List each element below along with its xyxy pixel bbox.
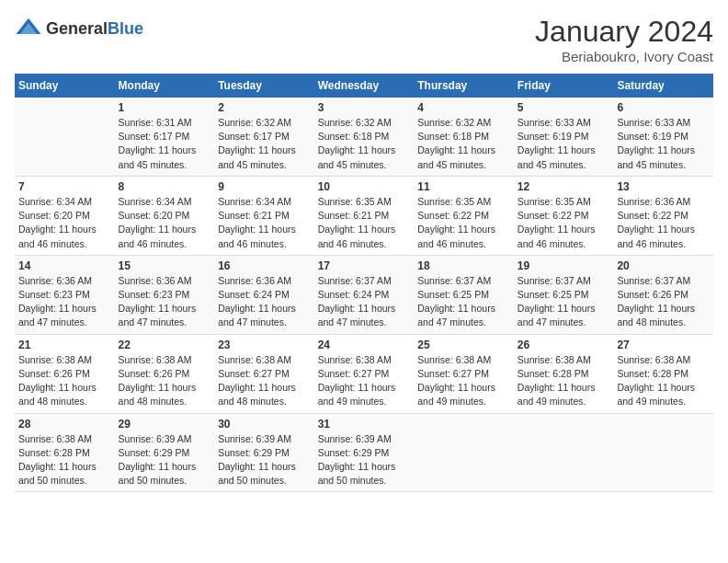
col-thursday: Thursday bbox=[414, 74, 514, 98]
day-info: Sunrise: 6:38 AMSunset: 6:26 PMDaylight:… bbox=[18, 353, 111, 409]
day-info: Sunrise: 6:38 AMSunset: 6:28 PMDaylight:… bbox=[518, 353, 610, 409]
col-sunday: Sunday bbox=[15, 74, 115, 98]
table-row: 18Sunrise: 6:37 AMSunset: 6:25 PMDayligh… bbox=[414, 255, 514, 334]
table-row bbox=[514, 413, 614, 492]
day-info: Sunrise: 6:37 AMSunset: 6:25 PMDaylight:… bbox=[518, 274, 610, 330]
table-row: 19Sunrise: 6:37 AMSunset: 6:25 PMDayligh… bbox=[514, 255, 614, 334]
day-info: Sunrise: 6:34 AMSunset: 6:21 PMDaylight:… bbox=[218, 195, 311, 251]
title-block: January 2024 Beriaboukro, Ivory Coast bbox=[535, 15, 713, 64]
day-info: Sunrise: 6:32 AMSunset: 6:17 PMDaylight:… bbox=[218, 116, 311, 172]
day-number: 17 bbox=[318, 259, 411, 272]
day-number: 18 bbox=[417, 259, 510, 272]
table-row: 27Sunrise: 6:38 AMSunset: 6:28 PMDayligh… bbox=[613, 334, 713, 413]
table-row: 25Sunrise: 6:38 AMSunset: 6:27 PMDayligh… bbox=[414, 334, 514, 413]
day-number: 8 bbox=[119, 180, 211, 193]
day-number: 22 bbox=[119, 339, 211, 351]
day-number: 16 bbox=[218, 259, 311, 272]
table-row: 30Sunrise: 6:39 AMSunset: 6:29 PMDayligh… bbox=[214, 413, 314, 492]
table-row: 28Sunrise: 6:38 AMSunset: 6:28 PMDayligh… bbox=[15, 413, 115, 492]
day-info: Sunrise: 6:37 AMSunset: 6:25 PMDaylight:… bbox=[417, 274, 510, 330]
calendar-header: Sunday Monday Tuesday Wednesday Thursday… bbox=[15, 74, 713, 98]
day-number: 27 bbox=[617, 339, 710, 351]
table-row: 29Sunrise: 6:39 AMSunset: 6:29 PMDayligh… bbox=[115, 413, 215, 492]
day-number: 30 bbox=[218, 418, 311, 431]
day-number: 9 bbox=[218, 180, 311, 193]
day-number: 12 bbox=[518, 180, 610, 193]
table-row: 31Sunrise: 6:39 AMSunset: 6:29 PMDayligh… bbox=[314, 413, 415, 492]
day-number: 3 bbox=[318, 101, 411, 114]
table-row: 11Sunrise: 6:35 AMSunset: 6:22 PMDayligh… bbox=[414, 176, 514, 255]
table-row: 4Sunrise: 6:32 AMSunset: 6:18 PMDaylight… bbox=[414, 98, 514, 176]
logo-general: General bbox=[46, 19, 108, 38]
page-title: January 2024 bbox=[535, 15, 713, 49]
col-saturday: Saturday bbox=[613, 74, 713, 98]
table-row: 24Sunrise: 6:38 AMSunset: 6:27 PMDayligh… bbox=[314, 334, 415, 413]
day-info: Sunrise: 6:36 AMSunset: 6:23 PMDaylight:… bbox=[18, 274, 111, 330]
day-info: Sunrise: 6:31 AMSunset: 6:17 PMDaylight:… bbox=[119, 116, 211, 172]
table-row: 15Sunrise: 6:36 AMSunset: 6:23 PMDayligh… bbox=[115, 255, 215, 334]
day-info: Sunrise: 6:39 AMSunset: 6:29 PMDaylight:… bbox=[119, 432, 211, 488]
day-info: Sunrise: 6:38 AMSunset: 6:27 PMDaylight:… bbox=[417, 353, 510, 409]
day-info: Sunrise: 6:38 AMSunset: 6:27 PMDaylight:… bbox=[318, 353, 411, 409]
table-row: 22Sunrise: 6:38 AMSunset: 6:26 PMDayligh… bbox=[115, 334, 215, 413]
day-number: 14 bbox=[18, 259, 111, 272]
day-info: Sunrise: 6:37 AMSunset: 6:24 PMDaylight:… bbox=[318, 274, 411, 330]
logo-icon bbox=[15, 15, 42, 42]
day-number: 6 bbox=[617, 101, 710, 114]
day-number: 2 bbox=[218, 101, 311, 114]
table-row: 20Sunrise: 6:37 AMSunset: 6:26 PMDayligh… bbox=[613, 255, 713, 334]
day-number: 21 bbox=[18, 339, 111, 351]
table-row: 14Sunrise: 6:36 AMSunset: 6:23 PMDayligh… bbox=[15, 255, 115, 334]
day-number: 20 bbox=[617, 259, 710, 272]
col-wednesday: Wednesday bbox=[314, 74, 415, 98]
page-header: GeneralBlue January 2024 Beriaboukro, Iv… bbox=[15, 15, 713, 64]
day-info: Sunrise: 6:35 AMSunset: 6:21 PMDaylight:… bbox=[318, 195, 411, 251]
table-row bbox=[15, 98, 115, 176]
day-info: Sunrise: 6:35 AMSunset: 6:22 PMDaylight:… bbox=[518, 195, 610, 251]
day-info: Sunrise: 6:36 AMSunset: 6:24 PMDaylight:… bbox=[218, 274, 311, 330]
logo: GeneralBlue bbox=[15, 15, 143, 42]
day-number: 5 bbox=[518, 101, 610, 114]
table-row: 21Sunrise: 6:38 AMSunset: 6:26 PMDayligh… bbox=[15, 334, 115, 413]
day-info: Sunrise: 6:34 AMSunset: 6:20 PMDaylight:… bbox=[18, 195, 111, 251]
day-info: Sunrise: 6:39 AMSunset: 6:29 PMDaylight:… bbox=[218, 432, 311, 488]
day-number: 25 bbox=[417, 339, 510, 351]
day-info: Sunrise: 6:32 AMSunset: 6:18 PMDaylight:… bbox=[417, 116, 510, 172]
day-number: 19 bbox=[518, 259, 610, 272]
day-number: 10 bbox=[318, 180, 411, 193]
day-number: 11 bbox=[417, 180, 510, 193]
table-row: 26Sunrise: 6:38 AMSunset: 6:28 PMDayligh… bbox=[514, 334, 614, 413]
day-number: 29 bbox=[119, 418, 211, 431]
col-monday: Monday bbox=[115, 74, 215, 98]
table-row: 7Sunrise: 6:34 AMSunset: 6:20 PMDaylight… bbox=[15, 176, 115, 255]
day-info: Sunrise: 6:38 AMSunset: 6:28 PMDaylight:… bbox=[617, 353, 710, 409]
day-number: 23 bbox=[218, 339, 311, 351]
day-info: Sunrise: 6:36 AMSunset: 6:22 PMDaylight:… bbox=[617, 195, 710, 251]
col-tuesday: Tuesday bbox=[214, 74, 314, 98]
logo-blue: Blue bbox=[108, 19, 143, 38]
table-row: 17Sunrise: 6:37 AMSunset: 6:24 PMDayligh… bbox=[314, 255, 415, 334]
table-row: 6Sunrise: 6:33 AMSunset: 6:19 PMDaylight… bbox=[613, 98, 713, 176]
col-friday: Friday bbox=[514, 74, 614, 98]
calendar-body: 1Sunrise: 6:31 AMSunset: 6:17 PMDaylight… bbox=[15, 98, 713, 492]
calendar-table: Sunday Monday Tuesday Wednesday Thursday… bbox=[15, 74, 713, 492]
table-row: 12Sunrise: 6:35 AMSunset: 6:22 PMDayligh… bbox=[514, 176, 614, 255]
table-row: 16Sunrise: 6:36 AMSunset: 6:24 PMDayligh… bbox=[214, 255, 314, 334]
table-row: 9Sunrise: 6:34 AMSunset: 6:21 PMDaylight… bbox=[214, 176, 314, 255]
day-number: 7 bbox=[18, 180, 111, 193]
table-row: 2Sunrise: 6:32 AMSunset: 6:17 PMDaylight… bbox=[214, 98, 314, 176]
day-number: 31 bbox=[318, 418, 411, 431]
day-info: Sunrise: 6:38 AMSunset: 6:26 PMDaylight:… bbox=[119, 353, 211, 409]
page-subtitle: Beriaboukro, Ivory Coast bbox=[535, 49, 713, 64]
day-info: Sunrise: 6:33 AMSunset: 6:19 PMDaylight:… bbox=[518, 116, 610, 172]
day-info: Sunrise: 6:34 AMSunset: 6:20 PMDaylight:… bbox=[119, 195, 211, 251]
day-number: 28 bbox=[18, 418, 111, 431]
day-number: 24 bbox=[318, 339, 411, 351]
table-row: 3Sunrise: 6:32 AMSunset: 6:18 PMDaylight… bbox=[314, 98, 415, 176]
day-info: Sunrise: 6:38 AMSunset: 6:28 PMDaylight:… bbox=[18, 432, 111, 488]
day-number: 26 bbox=[518, 339, 610, 351]
table-row bbox=[613, 413, 713, 492]
day-info: Sunrise: 6:39 AMSunset: 6:29 PMDaylight:… bbox=[318, 432, 411, 488]
day-number: 15 bbox=[119, 259, 211, 272]
day-number: 13 bbox=[617, 180, 710, 193]
